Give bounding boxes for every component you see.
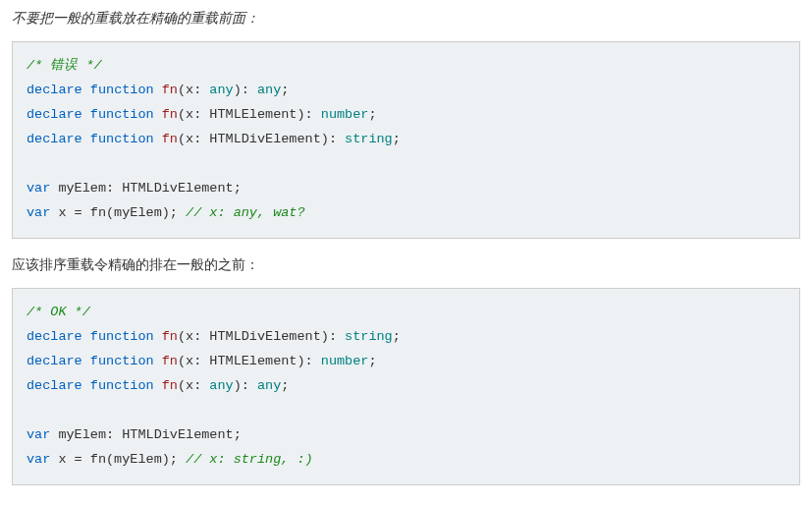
comment: /* OK */ <box>27 305 90 319</box>
keyword: function <box>90 83 154 97</box>
fn-name: fn <box>162 132 178 146</box>
code-text: x = fn(myElem); <box>50 452 186 467</box>
keyword: function <box>90 378 154 393</box>
keyword: declare <box>27 354 82 368</box>
fn-name: fn <box>162 107 178 122</box>
keyword: var <box>27 452 50 467</box>
code-block-ok: /* OK */ declare function fn(x: HTMLDivE… <box>12 288 800 485</box>
punct: (x: <box>178 378 209 393</box>
keyword: var <box>27 181 50 196</box>
punct: (x: HTMLDivElement): <box>178 132 345 146</box>
keyword: declare <box>27 83 82 97</box>
punct: ; <box>393 329 401 344</box>
punct: ): <box>234 378 257 393</box>
code-text: x = fn(myElem); <box>50 205 186 220</box>
intro-text: 不要把一般的重载放在精确的重载前面： <box>12 10 800 28</box>
keyword: function <box>90 132 154 146</box>
punct: ; <box>281 378 289 393</box>
type: number <box>321 354 369 368</box>
keyword: declare <box>27 132 82 146</box>
type: string <box>345 329 393 344</box>
keyword: var <box>27 427 50 442</box>
type: any <box>257 378 281 393</box>
type: any <box>257 83 281 97</box>
fn-name: fn <box>162 378 178 393</box>
punct: (x: <box>178 83 209 97</box>
punct: ; <box>393 132 401 146</box>
keyword: declare <box>27 378 82 393</box>
comment: /* 错误 */ <box>27 58 102 73</box>
punct: ; <box>281 83 289 97</box>
mid-text: 应该排序重载令精确的排在一般的之前： <box>12 256 800 274</box>
code-text: myElem: HTMLDivElement; <box>50 181 241 196</box>
punct: ): <box>234 83 257 97</box>
keyword: function <box>90 329 154 344</box>
type: any <box>209 83 233 97</box>
punct: ; <box>368 107 376 122</box>
comment: // x: any, wat? <box>186 205 305 220</box>
keyword: declare <box>27 329 82 344</box>
fn-name: fn <box>162 83 178 97</box>
type: string <box>345 132 393 146</box>
fn-name: fn <box>162 329 178 344</box>
fn-name: fn <box>162 354 178 368</box>
punct: (x: HTMLDivElement): <box>178 329 345 344</box>
code-block-wrong: /* 错误 */ declare function fn(x: any): an… <box>12 41 800 239</box>
comment: // x: string, :) <box>186 452 313 467</box>
punct: (x: HTMLElement): <box>178 107 321 122</box>
punct: ; <box>368 354 376 368</box>
type: any <box>209 378 233 393</box>
code-text: myElem: HTMLDivElement; <box>50 427 241 442</box>
keyword: function <box>90 354 154 368</box>
keyword: var <box>27 205 50 220</box>
punct: (x: HTMLElement): <box>178 354 321 368</box>
keyword: declare <box>27 107 82 122</box>
type: number <box>321 107 369 122</box>
keyword: function <box>90 107 154 122</box>
